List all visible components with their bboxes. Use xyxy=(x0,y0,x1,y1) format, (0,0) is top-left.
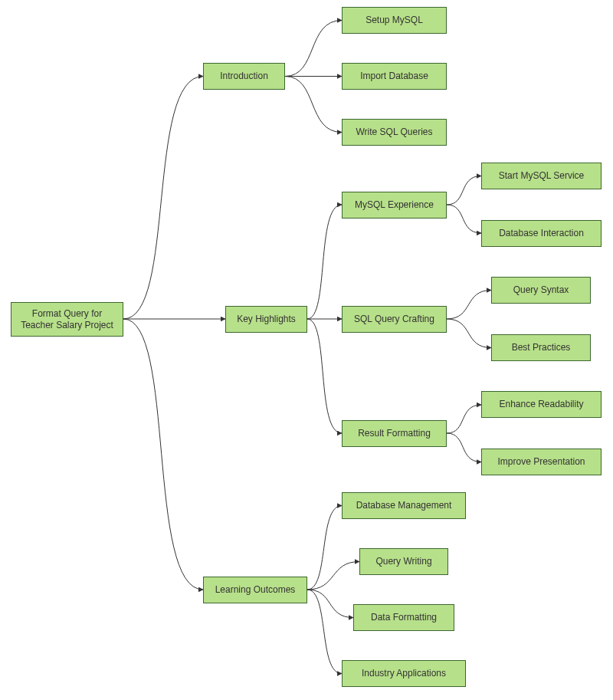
node-database-interaction-label: Database Interaction xyxy=(499,228,584,239)
node-learning-outcomes: Learning Outcomes xyxy=(203,577,307,603)
node-database-management-label: Database Management xyxy=(356,500,452,511)
node-result-formatting-label: Result Formatting xyxy=(358,428,431,439)
node-query-writing-label: Query Writing xyxy=(375,556,431,567)
node-mysql-experience-label: MySQL Experience xyxy=(355,199,434,211)
node-enhance-readability: Enhance Readability xyxy=(481,391,602,418)
node-database-management: Database Management xyxy=(342,492,466,519)
node-import-database-label: Import Database xyxy=(360,71,428,82)
node-key-highlights: Key Highlights xyxy=(225,306,307,333)
node-improve-presentation: Improve Presentation xyxy=(481,449,602,475)
node-mysql-experience: MySQL Experience xyxy=(342,192,447,219)
node-import-database: Import Database xyxy=(342,63,447,90)
node-result-formatting: Result Formatting xyxy=(342,420,447,447)
node-data-formatting-label: Data Formatting xyxy=(371,612,437,623)
node-introduction-label: Introduction xyxy=(220,71,268,82)
node-sql-query-crafting: SQL Query Crafting xyxy=(342,306,447,333)
node-root: Format Query for Teacher Salary Project xyxy=(11,302,123,337)
node-enhance-readability-label: Enhance Readability xyxy=(499,399,583,410)
node-query-syntax: Query Syntax xyxy=(491,277,591,304)
node-industry-applications: Industry Applications xyxy=(342,660,466,687)
node-sql-query-crafting-label: SQL Query Crafting xyxy=(354,314,434,325)
node-industry-applications-label: Industry Applications xyxy=(362,668,446,679)
node-start-mysql-service-label: Start MySQL Service xyxy=(499,170,585,182)
node-database-interaction: Database Interaction xyxy=(481,220,602,247)
diagram-canvas: Format Query for Teacher Salary Project … xyxy=(0,0,613,700)
node-improve-presentation-label: Improve Presentation xyxy=(497,456,585,468)
node-setup-mysql: Setup MySQL xyxy=(342,7,447,34)
node-write-sql-queries-label: Write SQL Queries xyxy=(356,127,432,138)
node-best-practices: Best Practices xyxy=(491,334,591,361)
node-start-mysql-service: Start MySQL Service xyxy=(481,163,602,189)
node-setup-mysql-label: Setup MySQL xyxy=(366,15,423,26)
node-query-writing: Query Writing xyxy=(359,548,448,575)
node-best-practices-label: Best Practices xyxy=(512,342,571,353)
node-learning-outcomes-label: Learning Outcomes xyxy=(215,584,296,596)
node-query-syntax-label: Query Syntax xyxy=(513,284,569,296)
node-data-formatting: Data Formatting xyxy=(353,604,454,631)
node-key-highlights-label: Key Highlights xyxy=(237,314,296,325)
node-introduction: Introduction xyxy=(203,63,285,90)
node-root-label: Format Query for Teacher Salary Project xyxy=(16,308,118,331)
node-write-sql-queries: Write SQL Queries xyxy=(342,119,447,146)
